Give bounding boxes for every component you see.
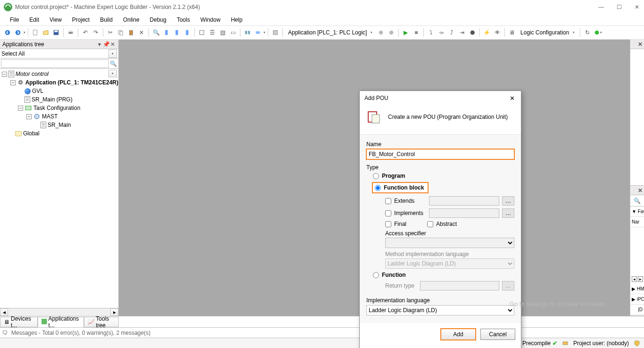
minimize-button[interactable]: — <box>598 4 604 10</box>
chk-implements[interactable] <box>385 210 391 216</box>
step-out-icon[interactable]: ⤴ <box>447 28 456 37</box>
right-panel1-close[interactable]: ✕ <box>630 40 644 49</box>
screen-icon[interactable]: ▭ <box>228 28 238 37</box>
find-icon[interactable]: 🔍 <box>151 28 161 37</box>
messages-bar[interactable]: 🗨 Messages - Total 0 error(s), 0 warning… <box>0 327 644 338</box>
build-icon[interactable] <box>271 28 280 37</box>
save-icon[interactable] <box>51 28 61 37</box>
print-icon[interactable] <box>66 28 75 37</box>
menu-online[interactable]: Online <box>118 16 145 24</box>
panel-close-icon[interactable]: ✕ <box>109 41 116 48</box>
name-input[interactable] <box>366 149 514 159</box>
radio-function[interactable]: Function <box>373 272 514 278</box>
right-fav[interactable]: ▼ Fav <box>630 207 644 217</box>
tab-applications[interactable]: Applications t... <box>38 317 84 327</box>
right-ipc[interactable]: ▶ iPC <box>630 294 644 305</box>
login-icon[interactable] <box>376 28 386 37</box>
io-icon[interactable] <box>243 28 252 37</box>
logic-config-dropdown[interactable]: Logic Configuration ▾ <box>518 29 578 36</box>
status-shield-icon[interactable] <box>634 340 640 347</box>
sidebar-hscroll[interactable]: ◂▸ <box>0 308 118 316</box>
device-icon[interactable] <box>253 28 263 37</box>
box-icon[interactable] <box>197 28 206 37</box>
panel-pin-icon[interactable]: 📌 <box>103 41 109 48</box>
add-button[interactable]: Add <box>441 329 476 340</box>
screen2-icon[interactable]: 🖥 <box>507 28 517 37</box>
chk-abstract[interactable] <box>427 221 433 227</box>
impl-lang-select[interactable]: Ladder Logic Diagram (LD) <box>366 305 514 315</box>
run-to-icon[interactable]: ⇥ <box>457 28 467 37</box>
menu-debug[interactable]: Debug <box>145 16 172 24</box>
menu-build[interactable]: Build <box>95 16 118 24</box>
back-icon[interactable] <box>3 28 12 37</box>
breakpoint-icon[interactable]: ⬣ <box>468 28 477 37</box>
access-spec-select[interactable] <box>385 238 514 248</box>
force-icon[interactable]: ⚡ <box>482 28 492 37</box>
right-nar[interactable]: Nar <box>630 217 644 227</box>
panel-menu-icon[interactable]: ▾ <box>96 41 103 48</box>
menu-view[interactable]: View <box>44 16 67 24</box>
tab-devices[interactable]: 🖥 Devices t... <box>0 317 38 327</box>
tab-tools[interactable]: 📈 Tools tree <box>84 317 119 327</box>
radio-function-block[interactable]: Function block <box>372 182 429 193</box>
maximize-button[interactable]: ☐ <box>616 4 622 10</box>
list-icon[interactable]: ☰ <box>207 28 217 37</box>
bookmark-icon[interactable] <box>162 28 171 37</box>
right-nav[interactable]: ◂▸ <box>630 274 644 284</box>
bookmark-next-icon[interactable] <box>182 28 192 37</box>
step-over-icon[interactable]: ⤼ <box>437 28 446 37</box>
bookmark-prev-icon[interactable] <box>172 28 182 37</box>
right-panel2-close[interactable]: ✕ <box>630 186 644 195</box>
chk-final[interactable] <box>385 221 391 227</box>
radio-program[interactable]: Program <box>373 173 514 179</box>
watch-icon[interactable]: 👁 <box>493 28 502 37</box>
cut-icon[interactable]: ✂ <box>106 28 115 37</box>
search-icon[interactable]: 🔍 <box>109 60 117 67</box>
status-connection-icon[interactable] <box>562 340 569 347</box>
right-search-icon[interactable]: 🔍 <box>630 195 644 207</box>
status-bulb-icon[interactable]: ▾ <box>593 28 603 37</box>
redo-icon[interactable]: ↷ <box>91 28 100 37</box>
chk-extends[interactable] <box>385 198 391 204</box>
extends-browse-button[interactable]: … <box>502 196 514 206</box>
undo-icon[interactable]: ↶ <box>81 28 90 37</box>
step-into-icon[interactable]: ⤵ <box>426 28 436 37</box>
tree-global[interactable]: Global <box>0 129 118 138</box>
return-browse-button[interactable]: … <box>502 281 514 290</box>
menu-help[interactable]: Help <box>226 16 248 24</box>
tree-sr-main[interactable]: SR_Main (PRG) <box>0 95 118 104</box>
tree-mast-child[interactable]: SR_Main <box>0 121 118 129</box>
menu-window[interactable]: Window <box>195 16 226 24</box>
tree-root[interactable]: – Motor control <box>0 70 118 78</box>
close-button[interactable]: ✕ <box>634 4 640 10</box>
stop-icon[interactable]: ■ <box>412 28 421 37</box>
paste-icon[interactable] <box>126 28 136 37</box>
menu-file[interactable]: File <box>5 16 24 24</box>
tree-gvl[interactable]: GVL <box>0 87 118 95</box>
tree-task-cfg[interactable]: – Task Configuration <box>0 104 118 112</box>
layout-icon[interactable]: ▤ <box>218 28 227 37</box>
extends-input[interactable] <box>429 196 499 206</box>
new-icon[interactable] <box>31 28 40 37</box>
sidebar-filter[interactable]: Select All <box>1 50 108 57</box>
copy-icon[interactable] <box>116 28 125 37</box>
cancel-button[interactable]: Cancel <box>480 329 515 340</box>
delete-icon[interactable]: ✕ <box>137 28 146 37</box>
right-hm[interactable]: ▶ HM <box>630 284 644 294</box>
app-context-dropdown[interactable]: Application [PLC_1: PLC Logic] ▾ <box>285 29 375 36</box>
forward-icon[interactable] <box>13 28 23 37</box>
open-icon[interactable] <box>41 28 50 37</box>
right-d[interactable]: |D <box>630 305 644 315</box>
tree-mast[interactable]: – MAST <box>0 112 118 121</box>
refresh-icon[interactable]: ↻ <box>583 28 592 37</box>
tree-app[interactable]: – Application (PLC_1: TM241CE24R) <box>0 78 118 87</box>
run-icon[interactable]: ▶ <box>401 28 411 37</box>
implements-browse-button[interactable]: … <box>502 208 514 218</box>
implements-input[interactable] <box>429 208 499 218</box>
logout-icon[interactable] <box>387 28 396 37</box>
sidebar-search-input[interactable] <box>1 59 109 68</box>
tree-options-dd[interactable]: ▾ <box>108 70 117 77</box>
menu-tools[interactable]: Tools <box>172 16 195 24</box>
menu-edit[interactable]: Edit <box>24 16 44 24</box>
sidebar-filter-dd[interactable]: ▾ <box>108 50 117 58</box>
